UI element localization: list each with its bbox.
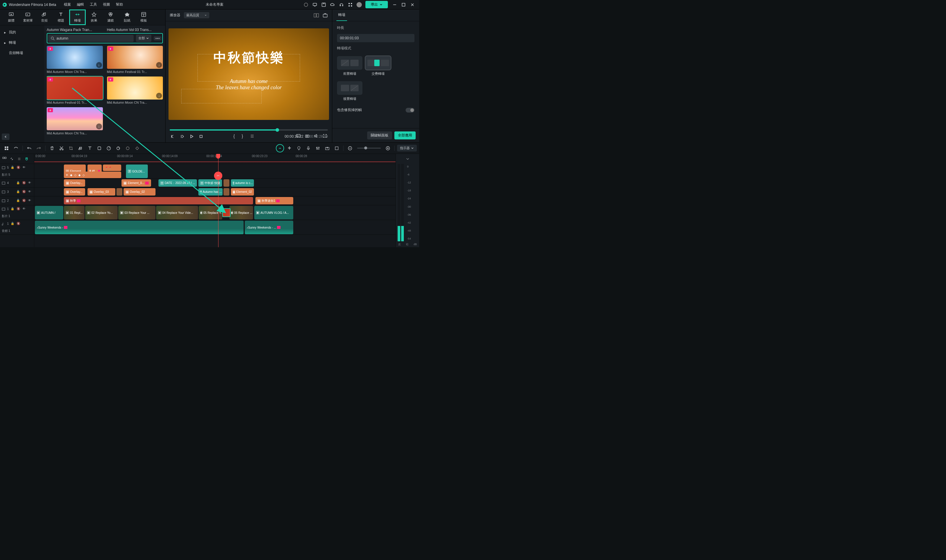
delete-icon[interactable] <box>48 144 56 152</box>
sparkle-icon[interactable] <box>285 144 293 152</box>
zoom-slider[interactable] <box>357 148 381 149</box>
avatar-icon[interactable] <box>356 2 362 8</box>
timeline-tracks[interactable]: 0:00:00 00:00:04:19 00:00:09:14 00:00:14… <box>34 154 395 247</box>
text-icon[interactable] <box>86 144 94 152</box>
redo-icon[interactable] <box>35 144 43 152</box>
clip-golden[interactable]: TGOLDE... <box>126 165 148 178</box>
track-header-5[interactable]: 5🔒🔇👁 影片 5 <box>0 164 34 179</box>
record-icon[interactable] <box>303 2 309 8</box>
prev-frame-button[interactable] <box>170 134 176 139</box>
render-icon[interactable] <box>333 144 341 152</box>
export-clip-icon[interactable] <box>323 144 332 152</box>
library-item[interactable]: ♦Mid Autumn Festival 01 Tr... <box>47 77 103 104</box>
clip-element02[interactable]: ▦Element_02 <box>231 188 254 195</box>
menu-tools[interactable]: 工具 <box>87 0 100 9</box>
tab-stickers[interactable]: 貼紙 <box>119 9 136 25</box>
mic-icon[interactable] <box>304 144 312 152</box>
zoom-in-icon[interactable] <box>384 144 392 152</box>
tab-stock[interactable]: 素材庫 <box>20 9 36 25</box>
clip-decoration[interactable]: ☀◆◇◆◇ <box>64 172 121 178</box>
sidebar-item-mine[interactable]: ▸我的 <box>2 28 43 37</box>
maximize-button[interactable] <box>399 1 408 9</box>
tab-media[interactable]: 媒體 <box>3 9 20 25</box>
eye-icon[interactable]: 👁 <box>22 166 26 170</box>
keyframe-icon[interactable] <box>133 144 141 152</box>
sidebar-item-transitions[interactable]: ▸轉場 <box>2 38 43 47</box>
mute-icon[interactable]: 🔇 <box>17 166 21 170</box>
volume-icon[interactable] <box>314 134 319 139</box>
clip-autumn-mini[interactable]: ▦秋季迷你1 <box>255 197 293 205</box>
quality-select[interactable]: 最高品質 <box>184 12 209 18</box>
tab-titles[interactable]: 標題 <box>52 9 69 25</box>
library-item[interactable]: ♦↓Mid Autumn Moon CN Tra... <box>47 46 103 74</box>
search-box[interactable] <box>48 35 134 42</box>
clip-image[interactable] <box>116 188 122 195</box>
properties-tab[interactable]: 轉場 <box>336 9 347 21</box>
library-item[interactable]: ♦↓Mid Autumn Moon CN Tra... <box>47 107 103 135</box>
trim-toggle[interactable] <box>406 108 415 112</box>
header-link-icon[interactable] <box>9 155 15 162</box>
close-button[interactable] <box>408 1 417 9</box>
compare-icon[interactable] <box>314 13 319 18</box>
snapshot-icon[interactable] <box>323 13 328 18</box>
list-icon[interactable] <box>250 134 255 139</box>
speed-icon[interactable] <box>105 144 113 152</box>
header-adjust-icon[interactable] <box>16 155 22 162</box>
clip-video[interactable]: ▶05 Replace Y... <box>199 206 222 220</box>
clip-autumn-vlog[interactable]: ▶AUTUMN / <box>35 206 63 220</box>
clip-overlay03[interactable]: ▦Overlay_03 <box>88 188 115 195</box>
search-input[interactable] <box>57 36 131 40</box>
clip-audio[interactable]: ♪ Sunny Weekends - ... <box>245 221 293 234</box>
cut-icon[interactable] <box>57 144 66 152</box>
clip-autumnis[interactable]: Tautumn is c... <box>231 179 254 187</box>
header-magnet-icon[interactable] <box>23 155 30 162</box>
search-more-button[interactable] <box>154 36 161 40</box>
clip-midautumn[interactable]: T中秋節 快樂 <box>198 179 222 187</box>
download-icon[interactable]: ↓ <box>156 62 162 68</box>
clip-image[interactable] <box>224 188 229 195</box>
crop-icon[interactable] <box>67 144 75 152</box>
brace-out-icon[interactable]: } <box>242 134 247 139</box>
clip-date[interactable]: TDATE：2022.09.19 / ... <box>159 179 197 187</box>
mixer-icon[interactable] <box>314 144 322 152</box>
clip-overlay02[interactable]: ▦Overlay_02 <box>123 188 156 195</box>
zoom-out-icon[interactable] <box>346 144 354 152</box>
clip-audio[interactable]: ♪ Sunny Weekends - <box>35 221 244 234</box>
menu-edit[interactable]: 編輯 <box>74 0 87 9</box>
download-icon[interactable]: ↓ <box>96 123 102 129</box>
camera-icon[interactable] <box>305 134 310 139</box>
duration-input[interactable] <box>337 34 415 42</box>
clip-video[interactable]: ▶02 Replace Yo... <box>85 206 118 220</box>
play-button[interactable] <box>188 134 194 139</box>
header-grid-icon[interactable] <box>1 155 8 162</box>
download-icon[interactable]: ↓ <box>156 93 162 98</box>
layout-icon[interactable] <box>2 144 11 152</box>
clip-overlay[interactable]: ▦Overlay... <box>64 188 85 195</box>
clip-markers[interactable]: 📍📍 <box>103 165 121 171</box>
track-header-3[interactable]: 3🔒🔇👁 <box>0 188 34 196</box>
scissors-icon[interactable]: ✂ <box>214 172 222 180</box>
tab-filters[interactable]: 濾鏡 <box>102 9 119 25</box>
menu-view[interactable]: 視圖 <box>100 0 113 9</box>
tab-effects[interactable]: 效果 <box>86 9 102 25</box>
mask-icon[interactable] <box>123 144 132 152</box>
menu-help[interactable]: 幫助 <box>113 0 126 9</box>
lock-icon[interactable]: 🔒 <box>11 166 15 170</box>
brace-in-icon[interactable]: { <box>233 134 239 139</box>
save-icon[interactable] <box>321 2 326 8</box>
indicator-select[interactable]: 指示器 <box>397 145 417 152</box>
mode-suffix-button[interactable] <box>337 81 363 95</box>
undo-icon[interactable] <box>25 144 33 152</box>
clip-autumn[interactable]: ▦秋季 <box>64 197 253 205</box>
apply-all-button[interactable]: 全部應用 <box>394 131 416 139</box>
minimize-button[interactable] <box>390 1 399 9</box>
clip-autumnhas[interactable]: TAutumn has ... <box>198 188 222 195</box>
display-icon[interactable] <box>296 134 301 139</box>
color-icon[interactable] <box>114 144 122 152</box>
fullscreen-icon[interactable] <box>323 134 328 139</box>
stop-button[interactable] <box>198 134 204 139</box>
tab-transitions[interactable]: 轉場 <box>69 9 86 25</box>
preview-video[interactable]: 中秋節快樂 Autumn has come The leaves have ch… <box>165 21 332 127</box>
clip-video[interactable]: ▶03 Replace Your ... <box>118 206 156 220</box>
clip-element0[interactable]: ▦Element_0... <box>122 179 151 187</box>
